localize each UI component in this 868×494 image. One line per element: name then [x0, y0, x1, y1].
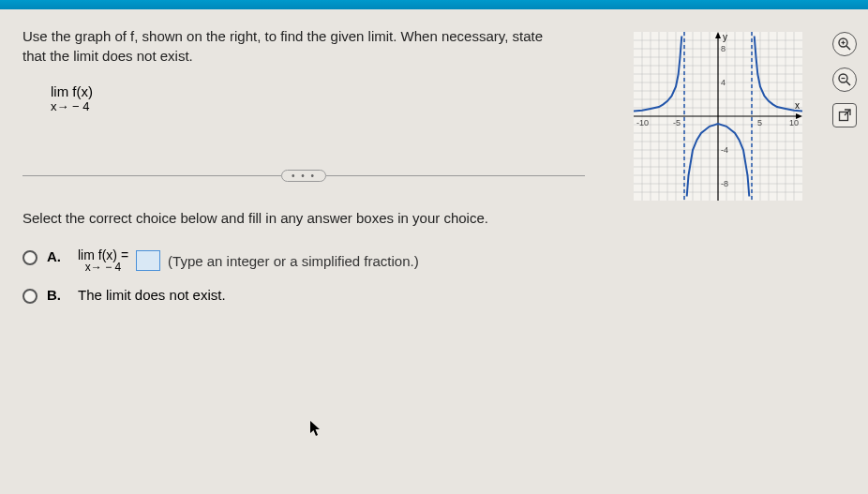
window-top-bar — [0, 0, 868, 9]
svg-text:8: 8 — [721, 44, 726, 53]
divider-line — [326, 175, 585, 176]
popout-icon[interactable] — [832, 103, 857, 127]
answer-input-a[interactable] — [136, 250, 160, 271]
choice-a-limit: lim f(x) = x→ − 4 — [78, 248, 128, 274]
side-toolbar — [832, 32, 857, 127]
divider-line — [22, 175, 281, 176]
question-text-block: Use the graph of f, shown on the right, … — [22, 26, 566, 113]
svg-text:5: 5 — [757, 118, 762, 127]
select-instruction: Select the correct choice below and fill… — [22, 210, 846, 226]
svg-text:-10: -10 — [636, 118, 649, 127]
svg-text:-5: -5 — [673, 118, 681, 127]
cursor-icon — [309, 420, 322, 441]
svg-text:y: y — [723, 32, 727, 42]
choice-b-text: The limit does not exist. — [78, 287, 226, 303]
svg-line-57 — [846, 82, 850, 85]
section-divider: • • • — [22, 170, 585, 182]
svg-text:-8: -8 — [721, 179, 728, 188]
svg-marker-39 — [715, 32, 721, 38]
choice-b: B. The limit does not exist. — [22, 287, 846, 304]
svg-text:10: 10 — [789, 118, 799, 127]
radio-a[interactable] — [22, 250, 37, 265]
content-area: Use the graph of f, shown on the right, … — [0, 9, 868, 494]
choice-b-label: B. — [47, 287, 61, 303]
svg-text:4: 4 — [721, 78, 726, 87]
choice-a-content: lim f(x) = x→ − 4 (Type an integer or a … — [78, 248, 419, 274]
graph-container: -10 -5 5 10 4 8 -4 -8 y x — [634, 32, 802, 204]
svg-line-53 — [846, 46, 850, 50]
expand-button[interactable]: • • • — [281, 170, 326, 182]
choice-a: A. lim f(x) = x→ − 4 (Type an integer or… — [22, 248, 846, 274]
choice-a-label: A. — [47, 248, 61, 264]
svg-text:x: x — [795, 100, 800, 111]
limit-top: lim f(x) — [51, 84, 566, 100]
choice-a-hint: (Type an integer or a simplified fractio… — [168, 253, 419, 269]
function-graph: -10 -5 5 10 4 8 -4 -8 y x — [634, 32, 802, 201]
limit-bottom: x→ − 4 — [51, 100, 566, 113]
instruction-text: Use the graph of f, shown on the right, … — [22, 26, 566, 66]
zoom-out-icon[interactable] — [832, 67, 857, 92]
svg-text:-4: -4 — [721, 145, 728, 155]
zoom-in-icon[interactable] — [832, 32, 857, 56]
radio-b[interactable] — [22, 289, 37, 304]
limit-expression: lim f(x) x→ − 4 — [51, 84, 566, 113]
